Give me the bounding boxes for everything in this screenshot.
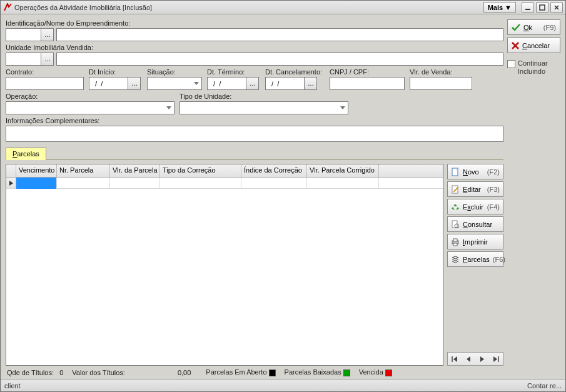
cancel-label: Cancelar xyxy=(522,42,550,49)
legend-baixadas: Parcelas Baixadas xyxy=(285,368,341,376)
grid-button-panel: Novo (F2) Editar (F3) Excluir (F4) xyxy=(447,164,503,366)
label-info-compl: Informações Complementares: xyxy=(6,117,503,124)
nav-last-button[interactable] xyxy=(490,354,502,364)
legend-vencida-swatch xyxy=(385,369,392,376)
printer-icon xyxy=(451,238,460,246)
nav-first-button[interactable] xyxy=(449,354,460,364)
lookup-identificacao-code: … xyxy=(6,28,54,41)
imprimir-button[interactable]: Imprimir xyxy=(447,234,503,249)
input-dt-inicio[interactable] xyxy=(89,77,128,90)
nav-prev-button[interactable] xyxy=(463,354,474,364)
statusbar-right: Contar re... xyxy=(527,382,562,389)
lookup-unidade-button[interactable]: … xyxy=(41,53,54,66)
col-indice-correcao[interactable]: Índice da Correção xyxy=(241,164,307,177)
excluir-label: Excluir xyxy=(463,203,483,211)
novo-label: Novo xyxy=(463,168,479,176)
qde-label: Qde de Títulos: xyxy=(7,369,54,376)
legend-aberto-swatch xyxy=(269,369,276,376)
continuar-checkbox[interactable]: Continuar Incluindo xyxy=(507,59,560,76)
combo-tipo-unidade[interactable] xyxy=(179,101,348,114)
col-vlr-parcela[interactable]: Vlr. da Parcela xyxy=(110,164,160,177)
ok-button[interactable]: Ok (F9) xyxy=(507,19,560,35)
footer-status: Qde de Títulos: 0 Valor dos Títulos: 0,0… xyxy=(6,366,503,379)
label-contrato: Contrato: xyxy=(6,68,84,76)
maximize-button[interactable] xyxy=(536,3,548,13)
minimize-button[interactable] xyxy=(522,3,534,13)
input-cnpj[interactable] xyxy=(330,77,405,90)
consultar-button[interactable]: Consultar xyxy=(447,216,503,232)
cancel-button[interactable]: Cancelar xyxy=(507,38,560,53)
cell[interactable] xyxy=(57,178,110,189)
statusbar: client Contar re... xyxy=(1,379,565,391)
pencil-icon xyxy=(451,185,460,194)
col-nr-parcela[interactable]: Nr. Parcela xyxy=(57,164,110,177)
label-vlr-venda: Vlr. de Venda: xyxy=(410,68,472,76)
cell-vencimento-selected[interactable] xyxy=(16,178,57,189)
legend-aberto: Parcelas Em Aberto xyxy=(206,368,266,376)
dt-termino-picker-button[interactable]: … xyxy=(246,77,259,90)
ok-label: Ok xyxy=(523,24,532,31)
statusbar-left: client xyxy=(4,382,21,389)
svg-rect-1 xyxy=(540,5,545,10)
input-identificacao-code[interactable] xyxy=(6,28,41,41)
cell[interactable] xyxy=(307,178,379,189)
input-contrato[interactable] xyxy=(6,77,84,90)
label-operacao: Operação: xyxy=(6,93,174,100)
col-tipo-correcao[interactable]: Tipo da Correção xyxy=(160,164,241,177)
dropdown-icon xyxy=(163,102,174,114)
file-new-icon xyxy=(451,168,460,176)
parcelas-shortcut: (F6) xyxy=(493,256,505,263)
continuar-label-2: Incluindo xyxy=(518,68,548,76)
parcelas-grid[interactable]: Vencimento Nr. Parcela Vlr. da Parcela T… xyxy=(6,164,443,366)
label-dt-inicio: Dt Início: xyxy=(89,68,142,76)
parcelas-button[interactable]: Parcelas (F6) xyxy=(447,251,503,267)
input-unidade-nome[interactable] xyxy=(56,53,503,66)
input-vlr-venda[interactable] xyxy=(410,77,472,90)
dropdown-icon: ▼ xyxy=(505,4,512,11)
valor-label: Valor dos Títulos: xyxy=(72,369,125,376)
check-icon xyxy=(512,24,520,31)
input-unidade-code[interactable] xyxy=(6,53,41,66)
novo-button[interactable]: Novo (F2) xyxy=(447,164,503,179)
editar-label: Editar xyxy=(463,186,481,193)
grid-header-row: Vencimento Nr. Parcela Vlr. da Parcela T… xyxy=(6,164,443,178)
legend-vencida: Vencida xyxy=(359,368,383,376)
combo-operacao[interactable] xyxy=(6,101,174,114)
excluir-button[interactable]: Excluir (F4) xyxy=(447,199,503,214)
tab-parcelas[interactable]: Parcelas xyxy=(6,148,46,160)
input-identificacao-nome[interactable] xyxy=(56,28,503,41)
close-button[interactable] xyxy=(550,3,563,13)
right-action-panel: Ok (F9) Cancelar Continuar Incluindo xyxy=(507,19,560,379)
editar-shortcut: (F3) xyxy=(487,186,500,193)
tabstrip: Parcelas xyxy=(6,147,503,159)
dt-inicio-picker-button[interactable]: … xyxy=(128,77,141,90)
novo-shortcut: (F2) xyxy=(487,168,500,176)
input-info-compl[interactable] xyxy=(6,126,503,142)
label-cnpj: CNPJ / CPF: xyxy=(330,68,405,76)
qde-value: 0 xyxy=(59,369,63,376)
mais-button[interactable]: Mais ▼ xyxy=(483,2,516,13)
recycle-icon xyxy=(451,203,460,211)
cell[interactable] xyxy=(241,178,307,189)
input-dt-termino[interactable] xyxy=(207,77,246,90)
lookup-identificacao-button[interactable]: … xyxy=(41,28,54,41)
svg-line-6 xyxy=(458,227,459,228)
svg-rect-0 xyxy=(525,9,530,10)
search-doc-icon xyxy=(451,220,460,229)
col-vlr-corrigido[interactable]: Vlr. Parcela Corrigido xyxy=(307,164,379,177)
row-indicator-header xyxy=(6,164,16,177)
cell[interactable] xyxy=(110,178,160,189)
table-row[interactable] xyxy=(6,178,443,189)
dt-cancel-picker-button[interactable]: … xyxy=(304,77,317,90)
input-dt-cancel[interactable] xyxy=(265,77,304,90)
titlebar: Operações da Atividade Imobiliária [Incl… xyxy=(1,1,565,14)
label-tipo-unidade: Tipo de Unidade: xyxy=(179,93,348,100)
cell[interactable] xyxy=(160,178,241,189)
nav-next-button[interactable] xyxy=(477,354,488,364)
dropdown-icon xyxy=(337,102,348,114)
editar-button[interactable]: Editar (F3) xyxy=(447,181,503,197)
grid-navigator xyxy=(447,352,503,366)
parcelas-label: Parcelas xyxy=(463,256,490,263)
ok-shortcut: (F9) xyxy=(543,24,556,31)
col-vencimento[interactable]: Vencimento xyxy=(16,164,57,177)
